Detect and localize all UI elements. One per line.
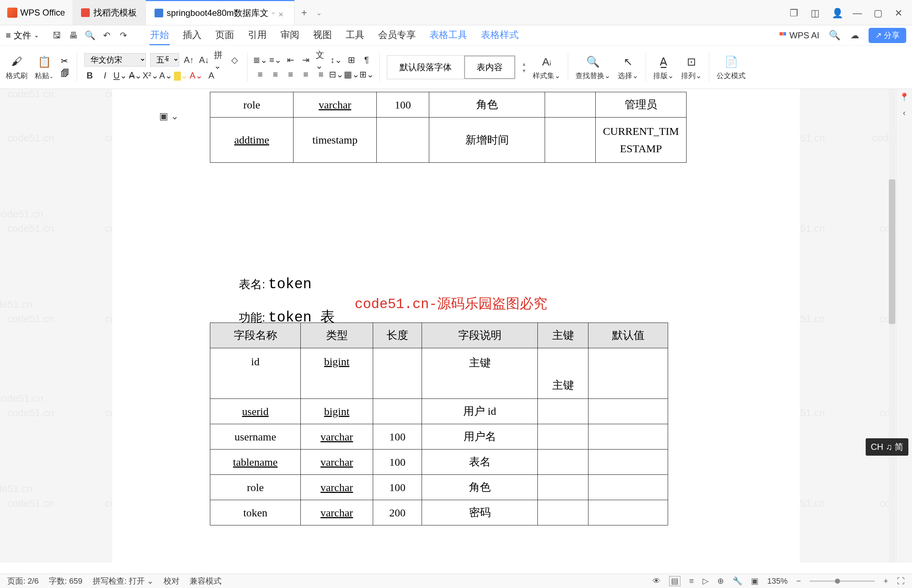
ribbon-tab-start[interactable]: 开始 [149,26,170,45]
sort-icon[interactable]: ⊞ [346,55,357,65]
line-spacing-icon[interactable]: ↕⌄ [331,55,342,65]
find-icon[interactable]: 🔍 [585,53,601,69]
underline-icon[interactable]: U⌄ [115,70,126,81]
ribbon-tab-member[interactable]: 会员专享 [377,26,416,45]
vertical-scrollbar[interactable] [889,89,895,563]
align-center-icon[interactable]: ≡ [270,69,281,80]
paste-icon[interactable]: 📋 [36,53,52,69]
strikethrough-icon[interactable]: A̶⌄ [130,70,141,81]
zoom-slider[interactable] [810,580,875,582]
ribbon-tab-review[interactable]: 审阅 [280,26,300,45]
panel-chevron-icon[interactable]: ‹ [903,108,906,118]
tools-icon[interactable]: 🔧 [732,577,742,586]
redo-icon[interactable]: ↷ [118,31,128,40]
eye-icon[interactable]: 👁 [653,577,661,586]
phonetic-icon[interactable]: 拼⌄ [214,55,225,65]
border-icon[interactable]: ▦⌄ [346,69,357,80]
close-window-icon[interactable]: ✕ [895,8,905,18]
distribute-icon[interactable]: ≡ [316,69,326,80]
align-right-icon[interactable]: ≡ [285,69,296,80]
ribbon-tab-page[interactable]: 页面 [215,26,235,45]
superscript-icon[interactable]: X²⌄ [145,70,156,81]
wps-ai-button[interactable]: WPS AI [778,31,820,40]
table-token[interactable]: 字段名称 类型 长度 字段说明 主键 默认值 id bigint 主键 主键 u… [210,323,668,525]
zoom-level[interactable]: 135% [767,577,787,586]
save-icon[interactable]: 🖫 [52,31,62,40]
cut-icon[interactable]: ✂ [61,56,70,66]
new-tab-button[interactable]: + [295,7,313,18]
shading-icon[interactable]: ⊟⌄ [331,69,342,80]
bold-icon[interactable]: B [84,70,95,81]
select-icon[interactable]: ↖ [620,53,636,69]
web-view-icon[interactable]: ⊕ [717,577,724,586]
text-effect-icon[interactable]: A⌄ [160,70,171,81]
format-painter-icon[interactable]: 🖌 [9,53,24,69]
style-scroll[interactable]: ▴▾ [523,60,525,74]
arrange-icon[interactable]: ⊡ [684,53,700,69]
page-indicator[interactable]: 页面: 2/6 [7,576,39,586]
styleset-icon[interactable]: Aᵢ [539,53,555,69]
font-size-select[interactable]: 五号 [150,53,179,66]
ribbon-tab-table-style[interactable]: 表格样式 [480,26,519,45]
tab-menu-dropdown[interactable]: ⌄ [316,8,322,17]
proof-status[interactable]: 校对 [164,576,180,586]
word-count[interactable]: 字数: 659 [49,576,83,586]
multiwindow-icon[interactable]: ❐ [790,8,800,18]
copy-icon[interactable]: 🗐 [61,68,70,79]
style-default[interactable]: 默认段落字体 [387,56,464,79]
ribbon-tab-insert[interactable]: 插入 [182,26,202,45]
increase-indent-icon[interactable]: ⇥ [300,55,311,65]
tabs-icon[interactable]: ⊞⌄ [361,69,372,80]
shrink-font-icon[interactable]: A↓ [199,55,209,65]
zoom-in-icon[interactable]: + [883,577,888,586]
style-table-content[interactable]: 表内容 [464,56,515,79]
ribbon-tab-reference[interactable]: 引用 [247,26,267,45]
share-button[interactable]: ↗ 分享 [868,28,906,43]
table-partial[interactable]: role varchar 100 角色 管理员 addtime timestam… [210,92,687,163]
text-direction-icon[interactable]: 文⌄ [316,55,326,65]
clear-format-icon[interactable]: ◇ [229,55,240,65]
ribbon-tab-view[interactable]: 视图 [312,26,332,45]
page-view-icon[interactable]: ▤ [669,576,680,586]
ime-indicator[interactable]: CH ♫ 简 [866,438,909,456]
cube-icon[interactable]: ◫ [811,8,821,18]
show-marks-icon[interactable]: ¶ [361,55,372,65]
maximize-icon[interactable]: ▢ [874,8,884,18]
tab-overflow-icon[interactable]: ▫ [272,9,275,17]
outline-view-icon[interactable]: ≡ [689,577,694,586]
tab-templates[interactable]: 找稻壳模板 [72,0,146,25]
grow-font-icon[interactable]: A↑ [183,55,194,65]
scroll-thumb[interactable] [889,179,895,324]
ribbon-tab-tools[interactable]: 工具 [345,26,365,45]
avatar-icon[interactable]: 👤 [832,8,842,18]
bullet-list-icon[interactable]: ≣⌄ [255,55,266,65]
print-icon[interactable]: 🖶 [68,31,79,40]
document-viewport[interactable]: code51.cn code51.cn code51.cn code51.cn … [0,89,912,563]
zoom-out-icon[interactable]: − [796,577,801,586]
file-menu[interactable]: ≡ 文件 ⌄ [6,30,45,41]
font-color-icon[interactable]: A⌄ [191,70,202,81]
cloud-icon[interactable]: ☁ [850,31,860,40]
fullscreen-icon[interactable]: ⛶ [897,577,905,586]
table-handle-icon[interactable]: ▣ ⌄ [159,111,179,122]
read-view-icon[interactable]: ▷ [703,577,709,586]
align-justify-icon[interactable]: ≡ [300,69,311,80]
highlight-icon[interactable]: ▇⌄ [175,70,186,81]
spellcheck-status[interactable]: 拼写检查: 打开 ⌄ [92,576,154,586]
preview-icon[interactable]: 🔍 [85,31,95,40]
italic-icon[interactable]: I [99,70,110,81]
font-family-select[interactable]: 华文仿宋 [84,53,146,66]
layout-icon[interactable]: A̲ [656,53,672,69]
search-icon[interactable]: 🔍 [829,30,840,41]
undo-icon[interactable]: ↶ [102,31,112,40]
char-border-icon[interactable]: A [206,70,217,81]
decrease-indent-icon[interactable]: ⇤ [285,55,296,65]
number-list-icon[interactable]: ≡⌄ [270,55,281,65]
location-icon[interactable]: 📍 [899,92,909,102]
close-icon[interactable]: × [278,10,285,17]
docmode-icon[interactable]: 📄 [723,53,739,69]
align-left-icon[interactable]: ≡ [255,69,266,80]
minimize-icon[interactable]: — [853,8,863,18]
tab-document[interactable]: springboot4e80m数据库文 ▫ × [146,0,295,25]
ribbon-tab-table-tools[interactable]: 表格工具 [429,26,468,45]
